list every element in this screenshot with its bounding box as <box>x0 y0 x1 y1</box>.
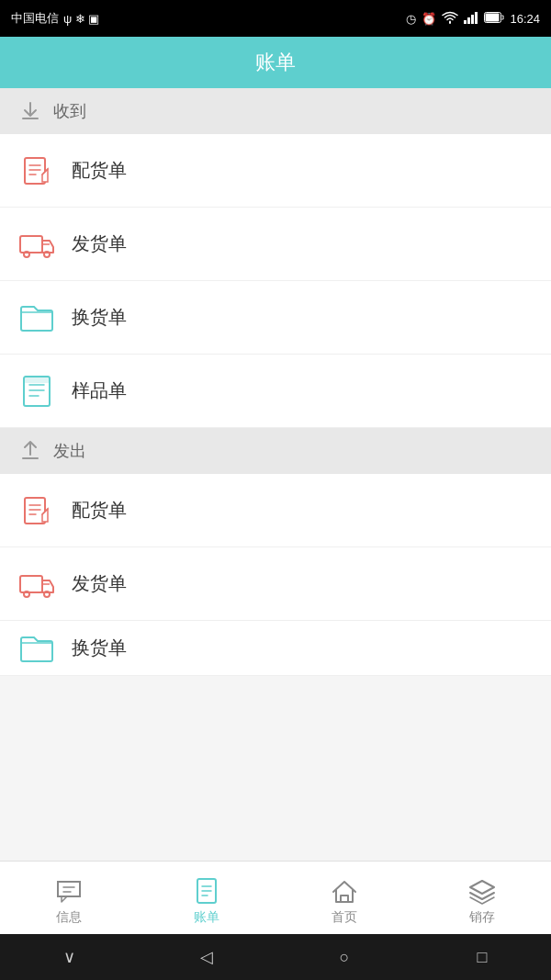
carrier-text: 中国电信 <box>11 10 59 27</box>
svg-point-15 <box>44 591 50 597</box>
message-icon <box>55 878 83 906</box>
svg-rect-3 <box>475 12 478 24</box>
menu-label-receive-huanhuodan: 换货单 <box>72 305 127 330</box>
menu-item-receive-peihuodan[interactable]: 配货单 <box>0 134 551 208</box>
truck-pink-icon-2 <box>18 566 55 603</box>
system-nav: ∨ ◁ ○ □ <box>0 934 551 980</box>
signal-icons: ψ ❄ ▣ <box>63 12 100 26</box>
nav-item-zhangdan[interactable]: 账单 <box>138 871 276 926</box>
invoice-pink-icon-2 <box>18 492 55 529</box>
bill-icon <box>193 878 220 906</box>
svg-rect-2 <box>471 15 474 24</box>
menu-label-send-fahuodan: 发货单 <box>72 571 127 596</box>
alarm-icon: ⏰ <box>422 12 436 26</box>
nav-item-shouye[interactable]: 首页 <box>276 871 413 926</box>
svg-point-9 <box>44 252 50 257</box>
layers-icon <box>468 878 496 906</box>
svg-rect-5 <box>486 13 500 21</box>
home-icon <box>331 878 358 906</box>
invoice-pink-icon <box>18 152 55 189</box>
menu-item-receive-huanhuodan[interactable]: 换货单 <box>0 281 551 355</box>
page-title: 账单 <box>255 49 296 76</box>
list-teal-icon <box>18 373 55 410</box>
svg-rect-1 <box>467 17 470 24</box>
status-left: 中国电信 ψ ❄ ▣ <box>11 10 100 27</box>
folder-teal-icon-2 <box>18 630 55 667</box>
nav-item-xinxi[interactable]: 信息 <box>0 871 138 926</box>
menu-label-send-huanhuodan: 换货单 <box>72 636 127 660</box>
status-bar: 中国电信 ψ ❄ ▣ ◷ ⏰ <box>0 0 551 37</box>
svg-point-14 <box>24 591 29 597</box>
battery-icon <box>484 12 504 26</box>
section-send-header: 发出 <box>0 428 551 474</box>
folder-teal-icon <box>18 299 55 336</box>
menu-item-send-peihuodan[interactable]: 配货单 <box>0 474 551 547</box>
menu-label-receive-fahuodan: 发货单 <box>72 231 127 256</box>
status-right: ◷ ⏰ 16:24 <box>406 11 540 27</box>
svg-rect-11 <box>24 377 50 383</box>
nav-label-xinxi: 信息 <box>56 909 82 926</box>
svg-rect-0 <box>464 20 467 24</box>
wifi-icon <box>442 11 458 27</box>
menu-label-receive-peihuodan: 配货单 <box>72 158 127 183</box>
menu-item-send-fahuodan[interactable]: 发货单 <box>0 547 551 621</box>
content-area: 收到 配货单 发货单 <box>0 88 551 861</box>
svg-point-8 <box>24 252 29 257</box>
section-receive-label: 收到 <box>53 100 86 122</box>
menu-item-send-huanhuodan[interactable]: 换货单 <box>0 621 551 676</box>
menu-item-receive-fahuodan[interactable]: 发货单 <box>0 208 551 281</box>
nav-down-btn[interactable]: ∨ <box>46 934 92 980</box>
menu-label-receive-yapindan: 样品单 <box>72 378 127 403</box>
nav-label-zhangdan: 账单 <box>194 909 219 926</box>
nav-recent-btn[interactable]: □ <box>459 934 505 980</box>
bottom-nav: 信息 账单 首页 <box>0 861 551 934</box>
nav-home-btn[interactable]: ○ <box>321 934 367 980</box>
menu-label-send-peihuodan: 配货单 <box>72 498 127 523</box>
upload-icon <box>18 439 42 463</box>
download-icon <box>18 99 42 123</box>
header: 账单 <box>0 37 551 88</box>
time-text: 16:24 <box>510 12 540 26</box>
sim-icon: ◷ <box>406 12 416 26</box>
nav-item-xiaocun[interactable]: 销存 <box>413 871 551 926</box>
truck-pink-icon <box>18 226 55 263</box>
signal-strength <box>464 11 478 27</box>
nav-back-btn[interactable]: ◁ <box>184 934 230 980</box>
section-send-label: 发出 <box>53 440 86 462</box>
svg-rect-7 <box>20 236 42 253</box>
section-receive-header: 收到 <box>0 88 551 134</box>
nav-label-xiaocun: 销存 <box>469 909 495 926</box>
menu-item-receive-yapindan[interactable]: 样品单 <box>0 355 551 428</box>
svg-rect-13 <box>20 576 42 592</box>
nav-label-shouye: 首页 <box>332 909 357 926</box>
